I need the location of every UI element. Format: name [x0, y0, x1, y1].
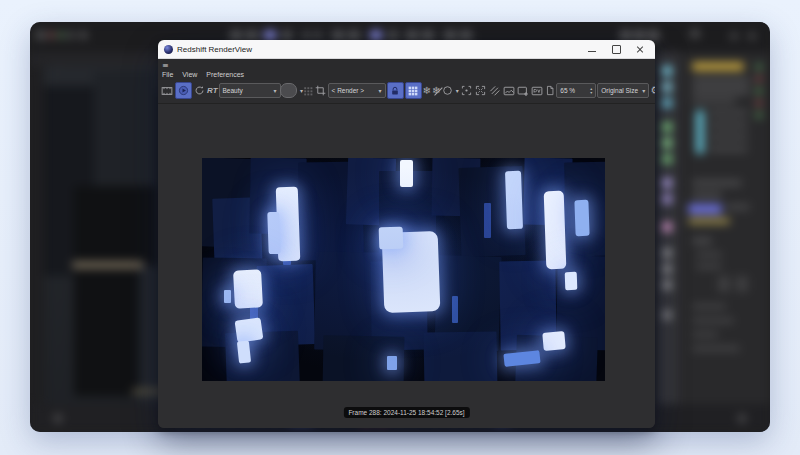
- blurred-blob: [696, 252, 722, 257]
- blurred-blob: [58, 31, 65, 39]
- window-caption-buttons: [587, 44, 649, 54]
- window-title: Redshift RenderView: [177, 45, 252, 54]
- zoom-level-spinner[interactable]: 65 % ▴▾: [556, 83, 596, 98]
- blurred-blob: [692, 180, 742, 186]
- crop-icon[interactable]: [315, 83, 327, 99]
- menu-file[interactable]: File: [162, 71, 173, 78]
- render-glow-panel: [268, 211, 282, 254]
- blurred-blob: [708, 110, 748, 116]
- blurred-blob: [730, 32, 738, 40]
- menu-view[interactable]: View: [182, 71, 197, 78]
- renderview-window: Redshift RenderView ≡ File View Preferen…: [158, 40, 655, 428]
- render-dark-panel: [452, 296, 458, 323]
- render-glow-panel: [233, 269, 263, 308]
- menubar: File View Preferences: [158, 70, 655, 80]
- blurred-blob: [692, 318, 734, 323]
- titlebar[interactable]: Redshift RenderView: [158, 40, 655, 59]
- chevron-down-icon: ▾: [642, 87, 645, 94]
- lock-icon[interactable]: [387, 82, 404, 99]
- blurred-blob: [80, 31, 87, 39]
- spinner-arrows-icon[interactable]: ▴▾: [590, 87, 592, 94]
- image-plus-icon[interactable]: [516, 83, 529, 99]
- bucket-mode-dropdown[interactable]: < Render >▾: [328, 83, 386, 98]
- render-glow-panel: [542, 331, 566, 351]
- snowflake-off-icon[interactable]: ❄: [432, 85, 440, 96]
- render-dark-panel: [484, 203, 490, 239]
- blurred-blob: [708, 146, 748, 152]
- status-bar: Frame 288: 2024-11-25 18:54:52 [2.65s]: [343, 407, 469, 418]
- background-right-panel: [678, 52, 770, 404]
- bucket-grid-icon[interactable]: [303, 83, 314, 99]
- close-button[interactable]: [635, 44, 645, 54]
- blurred-blob: [708, 134, 748, 140]
- render-mode-dropdown[interactable]: Beauty▾: [219, 83, 281, 98]
- blurred-blob: [692, 88, 750, 94]
- blurred-blob: [688, 204, 722, 214]
- chevron-down-icon: ▾: [379, 87, 382, 94]
- aov-mode-button[interactable]: ▾: [282, 83, 302, 99]
- blurred-blob: [36, 30, 45, 40]
- blurred-blob: [692, 192, 722, 198]
- snapshot-grid-icon[interactable]: [405, 82, 422, 99]
- blurred-blob: [696, 110, 704, 154]
- gear-icon[interactable]: ⚙: [650, 84, 655, 97]
- blurred-blob: [662, 194, 672, 204]
- blurred-blob: [692, 304, 726, 309]
- blurred-blob: [756, 76, 762, 82]
- region-circle-button[interactable]: ▾: [441, 83, 459, 99]
- blurred-blob: [72, 261, 144, 269]
- blurred-blob: [314, 31, 322, 40]
- background-icon-strip: [656, 52, 678, 404]
- render-glow-panel: [235, 317, 264, 343]
- refresh-icon[interactable]: [193, 83, 206, 99]
- blurred-blob: [662, 264, 672, 274]
- blurred-blob: [662, 222, 672, 232]
- play-button[interactable]: [175, 82, 192, 99]
- blurred-blob: [662, 82, 672, 92]
- render-glow-panel: [564, 272, 577, 290]
- menu-preferences[interactable]: Preferences: [206, 71, 244, 78]
- focus-icon[interactable]: [460, 83, 473, 99]
- snowflake-icon[interactable]: ❄: [423, 85, 431, 96]
- toolbar: RT Beauty▾ ▾ < Render >▾ ❄ ❄: [158, 80, 655, 103]
- blurred-blob: [692, 346, 740, 351]
- save-icon[interactable]: [160, 83, 174, 99]
- render-glow-panel: [387, 356, 397, 369]
- expand-icon[interactable]: [474, 83, 487, 99]
- render-glow-panel: [379, 227, 404, 250]
- blurred-blob: [692, 332, 718, 337]
- size-mode-dropdown[interactable]: Original Size▾: [597, 83, 649, 98]
- blurred-blob: [662, 280, 672, 290]
- blurred-blob: [692, 62, 744, 71]
- window-chrome: ≡ File View Preferences RT Beauty▾ ▾: [158, 59, 655, 104]
- copy-icon[interactable]: [544, 83, 555, 99]
- hamburger-menu-icon[interactable]: ≡: [162, 62, 169, 69]
- render-dark-panel: [423, 331, 497, 381]
- blurred-blob: [302, 31, 310, 40]
- blurred-blob: [688, 218, 730, 224]
- minimize-button[interactable]: [587, 44, 597, 54]
- render-image[interactable]: [202, 158, 605, 381]
- blurred-blob: [662, 138, 672, 148]
- blurred-blob: [662, 154, 672, 164]
- blurred-blob: [726, 204, 750, 210]
- blurred-blob: [692, 238, 712, 244]
- maximize-button[interactable]: [611, 44, 621, 54]
- blurred-blob: [756, 112, 762, 118]
- image-pv-icon[interactable]: [530, 83, 543, 99]
- image-icon[interactable]: [502, 83, 515, 99]
- render-content-area: Frame 288: 2024-11-25 18:54:52 [2.65s]: [158, 104, 655, 428]
- blurred-blob: [692, 78, 750, 84]
- blurred-blob: [662, 98, 672, 108]
- blurred-blob: [662, 178, 672, 188]
- render-glow-panel: [543, 191, 566, 270]
- render-glow-panel: [505, 171, 523, 229]
- blurred-blob: [696, 264, 722, 269]
- render-glow-panel: [400, 160, 413, 187]
- blurred-blob: [756, 100, 762, 106]
- blurred-blob: [662, 66, 672, 76]
- rt-toggle[interactable]: RT: [207, 86, 218, 95]
- render-glow-panel: [574, 200, 589, 236]
- blurred-blob: [662, 248, 672, 258]
- stripes-icon[interactable]: [488, 83, 501, 99]
